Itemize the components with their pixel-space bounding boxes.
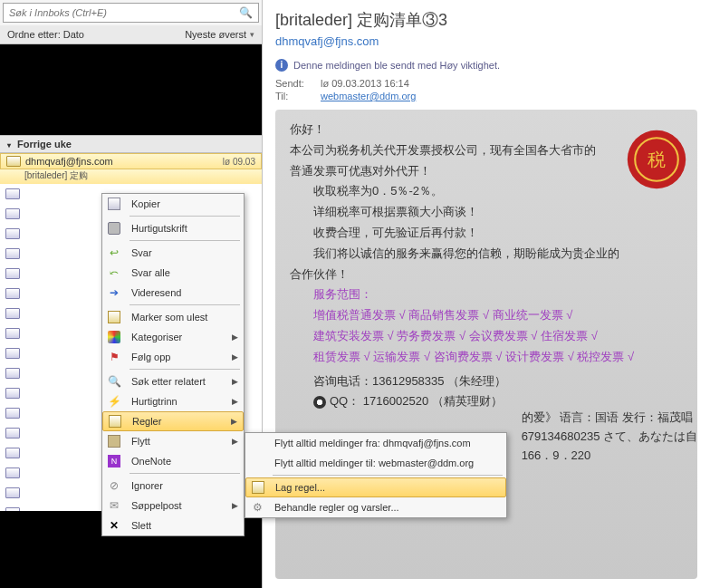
body-bullet: 租赁发票 √ 运输发票 √ 咨询费发票 √ 设计费发票 √ 税控发票 √	[290, 348, 683, 367]
envelope-icon	[5, 288, 20, 299]
envelope-icon	[108, 311, 120, 323]
envelope-icon	[5, 268, 20, 279]
body-line: 收取税率为0．5％-2％。	[290, 182, 683, 201]
redacted-area	[0, 44, 262, 135]
reply-icon: ↩	[110, 246, 119, 259]
to-label: Til:	[275, 91, 312, 101]
ctx-move[interactable]: Flytt▶	[102, 431, 244, 451]
ctx-quick-print[interactable]: Hurtigutskrift	[102, 218, 244, 238]
rule-icon	[252, 481, 264, 494]
onenote-icon: N	[108, 455, 120, 468]
body-tail: 166．9．220	[522, 447, 697, 466]
ignore-icon: ⊘	[110, 479, 119, 492]
message-from: dhmqvafj@fjns.com	[25, 156, 218, 167]
ctx-copy[interactable]: Kopier	[102, 194, 244, 214]
envelope-icon	[5, 448, 20, 458]
body-line: 详细税率可根据票额大小商谈！	[290, 203, 683, 222]
reply-all-icon: ⤺	[110, 266, 119, 279]
search-input[interactable]	[9, 7, 239, 18]
body-line: 你好！	[290, 120, 683, 140]
ctx-create-rule[interactable]: Lag regel...	[245, 477, 506, 497]
folder-icon	[108, 435, 120, 448]
ctx-categorize[interactable]: Kategoriser▶	[102, 327, 244, 347]
junk-icon: ✉	[110, 499, 119, 512]
ctx-forward[interactable]: ➔Videresend	[102, 283, 244, 303]
qq-icon	[313, 396, 326, 409]
ctx-delete[interactable]: ✕Slett	[102, 516, 244, 535]
info-icon: i	[275, 59, 288, 72]
body-line: 普通发票可优惠对外代开！	[290, 162, 683, 181]
body-phone: 咨询电话：13612958335 （朱经理）	[290, 372, 683, 391]
chevron-right-icon: ▶	[232, 352, 238, 361]
lightning-icon: ⚡	[108, 395, 121, 408]
print-icon	[108, 222, 120, 235]
ctx-junk[interactable]: ✉Søppelpost▶	[102, 496, 244, 516]
chevron-right-icon: ▶	[232, 333, 238, 342]
body-line: 收费合理，可先验证后再付款！	[290, 224, 683, 243]
ctx-rules[interactable]: Regler▶	[102, 411, 244, 431]
ctx-reply[interactable]: ↩Svar	[102, 243, 244, 263]
gear-icon: ⚙	[253, 501, 263, 514]
stamp-icon: 税	[625, 128, 688, 191]
ctx-quick-steps[interactable]: ⚡Hurtigtrinn▶	[102, 391, 244, 411]
message-date: lø 09.03	[223, 157, 255, 167]
mail-meta: Sendt: lø 09.03.2013 16:14 Til: webmaste…	[275, 77, 697, 102]
envelope-icon	[5, 248, 20, 259]
ctx-reply-all[interactable]: ⤺Svar alle	[102, 263, 244, 283]
body-line: 合作伙伴！	[290, 265, 683, 284]
rules-icon	[109, 415, 121, 428]
body-scope-label: 服务范围：	[290, 285, 683, 304]
context-menu[interactable]: Kopier Hurtigutskrift ↩Svar ⤺Svar alle ➔…	[101, 193, 245, 536]
chevron-right-icon: ▶	[232, 377, 238, 386]
ctx-find-related[interactable]: 🔍Søk etter relatert▶	[102, 371, 244, 391]
importance-text: Denne meldingen ble sendt med Høy viktig…	[293, 60, 500, 71]
ctx-follow-up[interactable]: ⚑Følg opp▶	[102, 347, 244, 367]
svg-text:税: 税	[648, 149, 666, 169]
message-subject: [britaleder] 定购	[0, 169, 262, 184]
body-bullet: 增值税普通发票 √ 商品销售发票 √ 商业统一发票 √	[290, 306, 683, 325]
chevron-right-icon: ▶	[232, 437, 238, 446]
envelope-icon	[5, 348, 20, 359]
chevron-right-icon: ▶	[232, 397, 238, 406]
ctx-ignore[interactable]: ⊘Ignorer	[102, 476, 244, 496]
message-item-selected[interactable]: dhmqvafj@fjns.com lø 09.03	[0, 153, 262, 169]
envelope-icon	[6, 156, 21, 167]
search-box[interactable]: 🔍	[3, 3, 259, 23]
sort-bar[interactable]: Ordne etter: Dato Nyeste øverst ▾	[0, 25, 262, 44]
envelope-icon	[5, 468, 20, 478]
group-header[interactable]: Forrige uke	[0, 135, 262, 153]
ctx-manage-rules[interactable]: ⚙Behandle regler og varsler...	[245, 497, 506, 517]
to-value[interactable]: webmaster@ddm.org	[321, 91, 416, 101]
envelope-icon	[5, 228, 20, 239]
envelope-icon	[5, 368, 20, 379]
search-icon[interactable]: 🔍	[239, 6, 253, 19]
envelope-icon	[5, 487, 20, 498]
envelope-icon	[5, 428, 20, 439]
chevron-right-icon: ▶	[232, 501, 238, 510]
chevron-right-icon: ▶	[231, 417, 237, 426]
envelope-icon	[5, 188, 20, 199]
envelope-icon	[5, 328, 20, 339]
ctx-always-move-to[interactable]: Flytt alltid meldinger til: webmaster@dd…	[245, 453, 506, 473]
search-icon: 🔍	[108, 375, 121, 388]
ctx-mark-unread[interactable]: Marker som ulest	[102, 307, 244, 327]
chevron-down-icon: ▾	[250, 30, 254, 39]
rules-submenu[interactable]: Flytt alltid meldinger fra: dhmqvafj@fjn…	[245, 432, 507, 518]
ctx-always-move-from[interactable]: Flytt alltid meldinger fra: dhmqvafj@fjn…	[245, 433, 506, 453]
sort-label: Ordne etter: Dato	[7, 29, 185, 40]
importance-bar: i Denne meldingen ble sendt med Høy vikt…	[275, 59, 697, 72]
ctx-onenote[interactable]: NOneNote	[102, 451, 244, 471]
sort-order[interactable]: Nyeste øverst	[185, 29, 246, 40]
body-tail: 的爱》 语言：国语 发行：福茂唱	[522, 409, 697, 428]
envelope-icon	[5, 408, 20, 419]
body-qq: QQ： 1716002520 （精英理财）	[330, 394, 503, 408]
sent-value: lø 09.03.2013 16:14	[321, 78, 409, 89]
delete-icon: ✕	[110, 519, 119, 532]
flag-icon: ⚑	[110, 351, 120, 363]
envelope-icon	[5, 308, 20, 319]
mail-from[interactable]: dhmqvafj@fjns.com	[275, 34, 697, 48]
mail-subject: [britaleder] 定购清单③3	[275, 9, 697, 31]
body-bullet: 建筑安装发票 √ 劳务费发票 √ 会议费发票 √ 住宿发票 √	[290, 327, 683, 346]
envelope-icon	[5, 388, 20, 399]
categories-icon	[108, 331, 120, 343]
